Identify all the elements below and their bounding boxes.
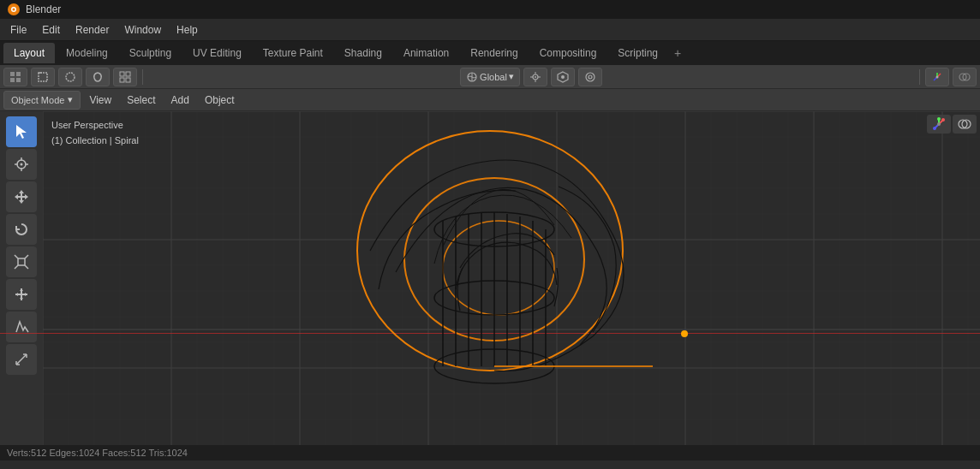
svg-point-17 [589,75,592,79]
gizmo-button[interactable] [925,68,949,86]
menu-help[interactable]: Help [170,22,205,38]
tool-annotate[interactable] [6,312,37,342]
sub-menu-view[interactable]: View [82,92,118,108]
gizmo-icon [931,71,943,83]
overlay-icon [959,71,971,83]
tab-rendering[interactable]: Rendering [460,43,528,63]
workspace-tabs: Layout Modeling Sculpting UV Editing Tex… [0,41,980,65]
select-box-button[interactable] [31,68,55,86]
select-all-button[interactable] [113,68,137,86]
svg-rect-5 [10,78,15,82]
tool-measure[interactable] [6,344,37,375]
pivot-icon [529,71,541,83]
tab-scripting[interactable]: Scripting [607,43,668,63]
select-lasso-icon [92,71,104,83]
right-overlay [923,111,980,137]
svg-rect-6 [16,78,21,82]
svg-rect-11 [126,78,130,82]
tab-modeling[interactable]: Modeling [56,43,118,63]
svg-point-27 [937,117,941,121]
svg-point-22 [21,163,23,166]
svg-rect-23 [18,258,25,265]
global-label: Global [480,72,507,82]
svg-point-25 [941,118,945,122]
menu-edit[interactable]: Edit [35,22,67,38]
sub-header: Object Mode ▾ View Select Add Object [0,89,980,111]
tool-select[interactable] [6,116,37,147]
snap-icon [557,71,569,83]
orientation-icon [466,71,478,83]
svg-point-15 [561,75,565,79]
3d-cursor-icon [13,156,30,173]
origin-dot [681,330,688,337]
svg-point-18 [936,75,939,78]
svg-point-7 [66,73,75,81]
viewport-area[interactable]: User Perspective (1) Collection | Spiral [0,111,980,445]
svg-rect-4 [16,72,21,76]
menu-bar: File Edit Render Window Help [0,19,980,41]
select-circle-icon [64,71,76,83]
editor-type-button[interactable] [3,68,27,86]
viewport-gizmo-icon [931,116,947,132]
overlays-icon [957,116,972,132]
global-dropdown-icon: ▾ [509,71,514,82]
pivot-point-button[interactable] [523,68,547,86]
overlay-button[interactable] [953,68,977,86]
viewport-overlays-button[interactable] [953,115,977,134]
add-workspace-button[interactable]: + [669,45,686,62]
separator-2 [919,69,920,85]
tool-scale[interactable] [6,246,37,277]
svg-rect-8 [120,72,124,76]
tool-move[interactable] [6,181,37,212]
tab-texture-paint[interactable]: Texture Paint [253,43,333,63]
header-toolbar: Global ▾ [0,65,980,89]
measure-icon [13,351,30,368]
menu-window[interactable]: Window [117,22,168,38]
global-orientation-button[interactable]: Global ▾ [460,68,520,86]
svg-point-14 [535,76,536,78]
app-title: Blender [26,3,61,15]
select-box-icon [37,71,49,83]
tab-compositing[interactable]: Compositing [529,43,607,63]
separator-1 [142,69,143,85]
select-all-icon [119,71,131,83]
sub-menu-object[interactable]: Object [198,92,242,108]
tool-cursor[interactable] [6,149,37,180]
viewport-gizmo-button[interactable] [927,115,951,134]
menu-render[interactable]: Render [69,22,116,38]
tab-animation[interactable]: Animation [393,43,459,63]
svg-rect-3 [10,72,15,76]
scale-icon [13,253,30,270]
menu-file[interactable]: File [3,22,33,38]
3d-object [327,118,653,409]
cursor-icon [13,123,30,140]
snap-button[interactable] [551,68,575,86]
object-mode-label: Object Mode [11,95,64,105]
title-bar: Blender [0,0,980,19]
proportional-icon [584,71,596,83]
perspective-label: User Perspective [51,118,139,134]
tab-sculpting[interactable]: Sculpting [119,43,182,63]
svg-point-2 [13,9,15,11]
tool-transform[interactable] [6,279,37,310]
editor-type-icon [9,71,21,83]
object-mode-selector[interactable]: Object Mode ▾ [3,91,81,110]
move-icon [13,188,30,205]
status-bar: Verts:512 Edges:1024 Faces:512 Tris:1024 [0,445,980,460]
sub-menu-add[interactable]: Add [164,92,196,108]
select-circle-button[interactable] [58,68,82,86]
tool-rotate[interactable] [6,214,37,245]
proportional-edit-button[interactable] [578,68,602,86]
tab-layout[interactable]: Layout [3,43,55,63]
select-lasso-button[interactable] [86,68,110,86]
sub-menu-select[interactable]: Select [120,92,162,108]
status-text: Verts:512 Edges:1024 Faces:512 Tris:1024 [7,448,188,458]
collection-label: (1) Collection | Spiral [51,134,139,149]
tab-shading[interactable]: Shading [334,43,392,63]
tab-uv-editing[interactable]: UV Editing [182,43,252,63]
svg-point-26 [933,127,936,130]
blender-logo-icon [7,3,21,16]
svg-point-32 [443,221,554,315]
transform-icon [13,286,30,303]
svg-rect-10 [120,78,124,82]
